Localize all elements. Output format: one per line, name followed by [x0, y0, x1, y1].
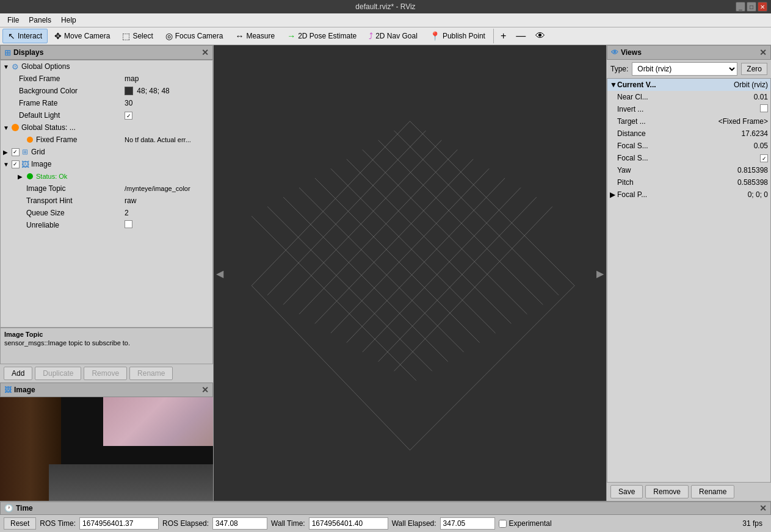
focal-p-row[interactable]: ▶ Focal P... 0; 0; 0 — [607, 189, 770, 201]
minimize-button[interactable]: _ — [736, 2, 745, 12]
focus-camera-button[interactable]: ◎ Focus Camera — [160, 29, 229, 43]
image-status-toggle[interactable]: ▶ — [18, 173, 25, 180]
nav-goal-button[interactable]: ⤴ 2D Nav Goal — [363, 29, 423, 43]
invert-value[interactable] — [760, 104, 768, 114]
experimental-checkbox[interactable] — [499, 520, 507, 528]
reset-button[interactable]: Reset — [4, 517, 36, 530]
transport-hint-value[interactable]: raw — [125, 196, 210, 205]
grid-checkbox[interactable] — [10, 147, 20, 157]
focal-p-label: Focal P... — [617, 190, 748, 199]
menu-panels[interactable]: Panels — [24, 15, 56, 26]
frame-rate-value[interactable]: 30 — [125, 99, 210, 107]
transport-hint-row[interactable]: Transport Hint raw — [1, 195, 212, 207]
unreliable-checkbox[interactable] — [125, 220, 132, 228]
invert-row[interactable]: Invert ... — [607, 103, 770, 115]
pitch-value[interactable]: 0.585398 — [737, 178, 768, 187]
svg-line-12 — [267, 131, 425, 295]
queue-size-value[interactable]: 2 — [125, 209, 210, 217]
near-clip-value[interactable]: 0.01 — [754, 93, 768, 101]
distance-row[interactable]: Distance 17.6234 — [607, 128, 770, 140]
wall-time-input[interactable] — [309, 517, 388, 530]
image-row[interactable]: ▼ 🖼 Image — [1, 158, 212, 170]
views-rename-button[interactable]: Rename — [691, 485, 734, 498]
interact-button[interactable]: ↖ Interact — [2, 29, 48, 43]
global-status-toggle[interactable]: ▼ — [3, 124, 10, 131]
current-view-type: Orbit (rviz) — [734, 81, 768, 89]
default-light-checkbox[interactable] — [125, 112, 132, 120]
frame-rate-row[interactable]: Frame Rate 30 — [1, 97, 212, 109]
viewport-arrow-right[interactable]: ▶ — [596, 267, 604, 279]
views-close-button[interactable]: ✕ — [759, 48, 767, 57]
views-remove-button[interactable]: Remove — [645, 485, 689, 498]
focal-s2-checkbox[interactable] — [760, 154, 768, 162]
unreliable-row[interactable]: Unreliable — [1, 219, 212, 231]
ros-elapsed-input[interactable] — [212, 517, 267, 530]
svg-line-21 — [410, 286, 575, 450]
default-light-row[interactable]: Default Light — [1, 109, 212, 121]
pose-estimate-button[interactable]: → 2D Pose Estimate — [281, 29, 362, 43]
image-panel-header: 🖼 Image ✕ — [0, 383, 213, 397]
image-toggle[interactable]: ▼ — [3, 161, 10, 168]
views-type-select[interactable]: Orbit (rviz) — [632, 62, 737, 76]
near-clip-row[interactable]: Near Cl... 0.01 — [607, 91, 770, 103]
unreliable-value[interactable] — [125, 220, 210, 230]
image-checkbox[interactable] — [10, 159, 20, 169]
focal-s1-value[interactable]: 0.05 — [754, 142, 768, 150]
close-button[interactable]: ✕ — [758, 2, 767, 12]
viewport-container[interactable]: .grid-line { stroke: #888; stroke-width:… — [214, 45, 606, 501]
fixed-frame-row[interactable]: Fixed Frame map — [1, 73, 212, 85]
publish-point-label: Publish Point — [443, 32, 485, 40]
global-options-row[interactable]: ▼ ⚙ Global Options — [1, 60, 212, 73]
remove-display-button[interactable]: — — [512, 29, 530, 43]
pitch-row[interactable]: Pitch 0.585398 — [607, 176, 770, 189]
menu-help[interactable]: Help — [56, 15, 81, 26]
duplicate-button[interactable]: Duplicate — [35, 367, 81, 380]
select-button[interactable]: ⬚ Select — [117, 29, 158, 43]
image-panel-close[interactable]: ✕ — [201, 385, 209, 395]
fixed-frame-value[interactable]: map — [125, 74, 210, 83]
current-view-toggle[interactable]: ▼ — [610, 81, 617, 89]
add-display-button[interactable]: + — [496, 29, 510, 43]
displays-close-button[interactable]: ✕ — [201, 48, 209, 57]
target-row[interactable]: Target ... <Fixed Frame> — [607, 115, 770, 128]
yaw-row[interactable]: Yaw 0.815398 — [607, 164, 770, 176]
background-color-row[interactable]: Background Color 48; 48; 48 — [1, 85, 212, 97]
viewport-arrow-left[interactable]: ◀ — [216, 267, 223, 279]
focal-s1-row[interactable]: Focal S... 0.05 — [607, 140, 770, 152]
global-status-row[interactable]: ▼ Global Status: ... — [1, 121, 212, 134]
image-viewport — [0, 397, 213, 501]
rename-button[interactable]: Rename — [129, 367, 173, 380]
focal-p-value[interactable]: 0; 0; 0 — [748, 190, 768, 199]
add-button[interactable]: Add — [4, 367, 32, 380]
image-topic-value[interactable]: /mynteye/image_color — [125, 185, 210, 192]
image-topic-row[interactable]: Image Topic /mynteye/image_color — [1, 182, 212, 195]
views-save-button[interactable]: Save — [610, 485, 643, 498]
current-view-row[interactable]: ▼ Current V... Orbit (rviz) — [607, 79, 770, 91]
wall-elapsed-input[interactable] — [440, 517, 495, 530]
focal-s2-row[interactable]: Focal S... — [607, 152, 770, 164]
remove-button[interactable]: Remove — [84, 367, 127, 380]
distance-value[interactable]: 17.6234 — [742, 129, 768, 138]
move-camera-button[interactable]: ✥ Move Camera — [49, 29, 115, 43]
ros-time-input[interactable] — [79, 517, 159, 530]
global-options-toggle[interactable]: ▼ — [3, 63, 10, 70]
maximize-button[interactable]: □ — [747, 2, 756, 12]
menu-file[interactable]: File — [2, 15, 24, 26]
queue-size-row[interactable]: Queue Size 2 — [1, 207, 212, 219]
time-close-button[interactable]: ✕ — [759, 503, 767, 513]
invert-checkbox[interactable] — [760, 104, 768, 112]
yaw-value[interactable]: 0.815398 — [737, 166, 768, 174]
views-zero-button[interactable]: Zero — [741, 63, 767, 75]
publish-point-button[interactable]: 📍 Publish Point — [424, 29, 491, 43]
target-value[interactable]: <Fixed Frame> — [719, 117, 768, 126]
grid-toggle[interactable]: ▶ — [3, 149, 10, 156]
default-light-value[interactable] — [125, 111, 210, 120]
focal-s2-value[interactable] — [760, 154, 768, 163]
view-button[interactable]: 👁 — [531, 29, 549, 43]
nav-goal-label: 2D Nav Goal — [375, 32, 418, 40]
focal-p-toggle[interactable]: ▶ — [610, 190, 617, 199]
measure-button[interactable]: ↔ Measure — [230, 29, 280, 43]
background-color-value[interactable]: 48; 48; 48 — [125, 87, 210, 96]
grid-row[interactable]: ▶ ⊞ Grid — [1, 146, 212, 158]
views-icon: 👁 — [611, 48, 618, 57]
